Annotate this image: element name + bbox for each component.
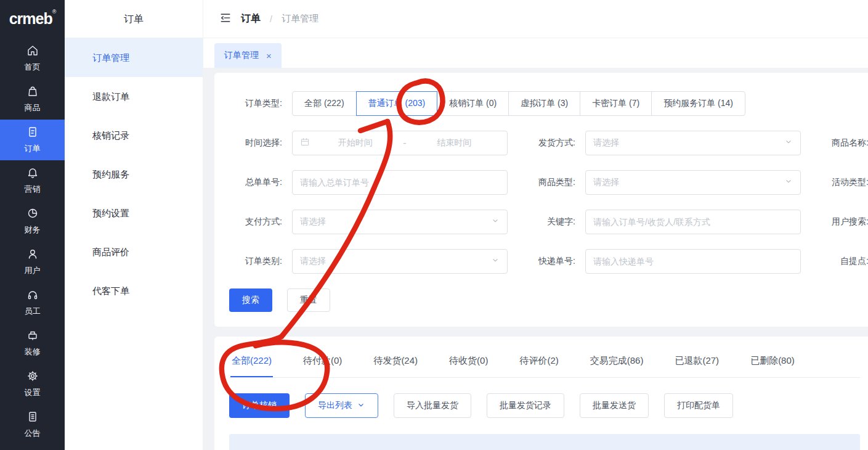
batch-send-button[interactable]: 批量发送货 bbox=[580, 393, 649, 418]
rail-item-staff[interactable]: 员工 bbox=[0, 282, 65, 323]
print-picking-list-button[interactable]: 打印配货单 bbox=[664, 393, 733, 418]
master-order-input[interactable] bbox=[292, 170, 508, 195]
tab-label: 订单管理 bbox=[224, 50, 259, 61]
calendar-icon bbox=[300, 137, 310, 149]
order-type-virtual[interactable]: 虚拟订单 (3) bbox=[508, 91, 580, 116]
import-batch-ship-button[interactable]: 导入批量发货 bbox=[394, 393, 471, 418]
rail-item-goods[interactable]: 商品 bbox=[0, 79, 65, 120]
rail-item-finance[interactable]: 财务 bbox=[0, 201, 65, 242]
select-placeholder: 请选择 bbox=[593, 137, 619, 149]
submenu-item-booking-settings[interactable]: 预约设置 bbox=[65, 194, 203, 232]
topbar: 订单 / 订单管理 bbox=[203, 0, 868, 38]
order-type-normal[interactable]: 普通订单 (203) bbox=[356, 91, 438, 116]
submenu-item-product-reviews[interactable]: 商品评价 bbox=[65, 232, 203, 271]
search-button[interactable]: 搜索 bbox=[229, 288, 272, 312]
delivery-method-select[interactable]: 请选择 bbox=[585, 131, 801, 155]
breadcrumb-current: 订单管理 bbox=[282, 13, 318, 25]
submenu-item-writeoff-records[interactable]: 核销记录 bbox=[65, 116, 203, 155]
rail-item-notice[interactable]: 公告 bbox=[0, 404, 65, 445]
express-no-input-el[interactable] bbox=[593, 256, 793, 266]
status-tab-all[interactable]: 全部(222) bbox=[230, 350, 273, 377]
page-tabstrip: 订单管理 × bbox=[203, 38, 868, 68]
rail-item-label: 公告 bbox=[25, 428, 41, 439]
list-action-buttons: 订单核销 导出列表 导入批量发货 批量发货记录 批量发送货 打印配货单 bbox=[229, 393, 860, 418]
rail-item-decorate[interactable]: 装修 bbox=[0, 323, 65, 364]
batch-ship-records-button[interactable]: 批量发货记录 bbox=[487, 393, 564, 418]
export-list-button[interactable]: 导出列表 bbox=[305, 393, 378, 418]
submenu-item-order-for-customer[interactable]: 代客下单 bbox=[65, 271, 203, 310]
status-tab-deleted[interactable]: 已删除(80) bbox=[749, 350, 796, 377]
filter-row-1: 时间选择: 开始时间 - 结束时间 发货方式: 请选择 bbox=[229, 131, 860, 155]
pay-type-select[interactable]: 请选择 bbox=[292, 210, 508, 234]
decorate-icon bbox=[26, 329, 39, 343]
order-category-label: 订单类别: bbox=[229, 256, 282, 267]
order-type-writeoff[interactable]: 核销订单 (0) bbox=[437, 91, 509, 116]
headset-icon bbox=[26, 288, 39, 303]
pickup-point-label: 自提点: bbox=[816, 256, 868, 267]
filter-panel: 订单类型: 全部 (222) 普通订单 (203) 核销订单 (0) 虚拟订单 … bbox=[214, 73, 868, 327]
user-search-field: 用户搜索: bbox=[816, 210, 868, 234]
order-writeoff-button[interactable]: 订单核销 bbox=[229, 393, 290, 418]
select-placeholder: 请选择 bbox=[593, 177, 619, 188]
status-tab-to-review[interactable]: 待评价(2) bbox=[518, 350, 559, 377]
rail-item-label: 员工 bbox=[25, 306, 41, 317]
product-type-select[interactable]: 请选择 bbox=[585, 170, 801, 195]
rail-item-label: 设置 bbox=[25, 387, 41, 398]
express-no-field: 快递单号: bbox=[522, 249, 801, 274]
logo-text: crmeb bbox=[9, 10, 52, 28]
pay-type-field: 支付方式: 请选择 bbox=[229, 210, 508, 234]
rail-item-label: 装修 bbox=[25, 346, 41, 358]
product-type-field: 商品类型: 请选择 bbox=[522, 170, 801, 195]
order-type-cardkey[interactable]: 卡密订单 (7) bbox=[580, 91, 652, 116]
pickup-point-field: 自提点: bbox=[816, 249, 868, 274]
chevron-down-icon bbox=[357, 401, 365, 411]
submenu-title: 订单 bbox=[65, 0, 203, 38]
tab-order-manage[interactable]: 订单管理 × bbox=[214, 43, 282, 68]
keyword-input-el[interactable] bbox=[593, 217, 793, 227]
tab-close-icon[interactable]: × bbox=[266, 51, 272, 61]
express-no-input[interactable] bbox=[585, 249, 801, 274]
select-placeholder: 请选择 bbox=[300, 256, 326, 267]
order-type-all[interactable]: 全部 (222) bbox=[292, 91, 357, 116]
submenu-item-booking-service[interactable]: 预约服务 bbox=[65, 155, 203, 194]
start-time-placeholder: 开始时间 bbox=[310, 137, 400, 149]
rail-item-label: 用户 bbox=[25, 265, 41, 276]
reset-button[interactable]: 重置 bbox=[287, 288, 330, 312]
status-tab-refunded[interactable]: 已退款(27) bbox=[673, 350, 720, 377]
product-name-label: 商品名称: bbox=[816, 137, 868, 149]
order-category-select[interactable]: 请选择 bbox=[292, 249, 508, 274]
chevron-down-icon bbox=[784, 137, 793, 149]
user-search-label: 用户搜索: bbox=[816, 216, 868, 227]
select-placeholder: 请选择 bbox=[300, 216, 326, 227]
product-type-label: 商品类型: bbox=[522, 177, 575, 188]
date-range-input[interactable]: 开始时间 - 结束时间 bbox=[292, 131, 508, 155]
master-order-input-el[interactable] bbox=[300, 178, 500, 187]
rail-item-label: 财务 bbox=[25, 224, 41, 235]
order-type-booking[interactable]: 预约服务订单 (14) bbox=[651, 91, 745, 116]
sidebar-fold-icon[interactable] bbox=[219, 12, 232, 27]
submenu-item-order-manage[interactable]: 订单管理 bbox=[65, 38, 203, 77]
date-range-separator: - bbox=[400, 137, 408, 149]
rail-item-settings[interactable]: 设置 bbox=[0, 364, 65, 404]
chevron-down-icon bbox=[491, 216, 500, 227]
time-select-label: 时间选择: bbox=[229, 137, 282, 149]
keyword-label: 关键字: bbox=[522, 216, 575, 227]
main-nav-rail: crmeb® 首页 商品 订单 营销 财务 用户 员工 装修 设置 公告 bbox=[0, 0, 65, 450]
chevron-down-icon bbox=[784, 177, 793, 188]
logo-reg-mark: ® bbox=[52, 9, 56, 15]
rail-item-orders[interactable]: 订单 bbox=[0, 120, 65, 160]
rail-item-home[interactable]: 首页 bbox=[0, 38, 65, 79]
keyword-input[interactable] bbox=[585, 210, 801, 234]
submenu-item-refund-orders[interactable]: 退款订单 bbox=[65, 77, 203, 116]
breadcrumb-root: 订单 bbox=[241, 12, 261, 25]
shopping-bag-icon bbox=[26, 85, 39, 99]
rail-item-users[interactable]: 用户 bbox=[0, 242, 65, 282]
time-select-field: 时间选择: 开始时间 - 结束时间 bbox=[229, 131, 508, 155]
status-tab-completed[interactable]: 交易完成(86) bbox=[589, 350, 645, 377]
status-tab-to-ship[interactable]: 待发货(24) bbox=[372, 350, 419, 377]
express-no-label: 快递单号: bbox=[522, 256, 575, 267]
rail-item-marketing[interactable]: 营销 bbox=[0, 160, 65, 201]
gear-icon bbox=[26, 370, 39, 384]
status-tab-to-receive[interactable]: 待收货(0) bbox=[448, 350, 489, 377]
status-tab-unpaid[interactable]: 待付款(0) bbox=[302, 350, 343, 377]
